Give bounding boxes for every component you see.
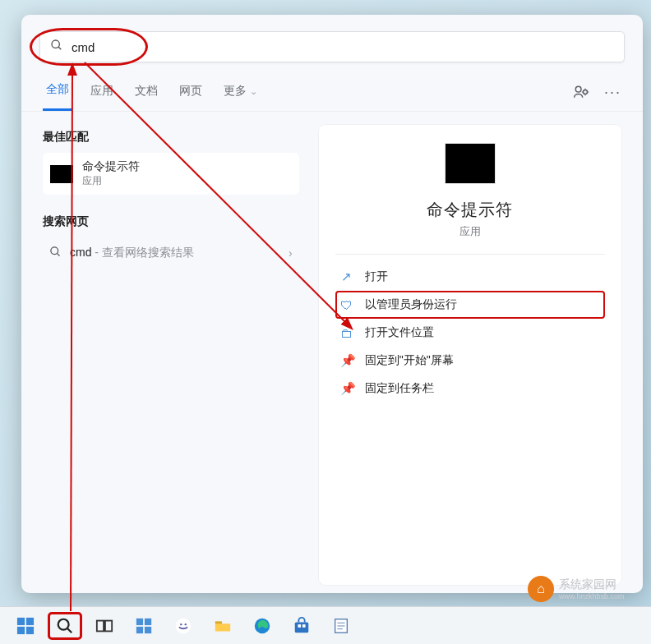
svg-rect-9 xyxy=(26,617,34,624)
cmd-icon xyxy=(445,143,496,184)
svg-rect-11 xyxy=(26,626,34,633)
action-label: 打开 xyxy=(365,269,388,284)
tab-web[interactable]: 网页 xyxy=(176,79,205,110)
action-pin-start[interactable]: 📌 固定到"开始"屏幕 xyxy=(335,347,605,375)
best-match-subtitle: 应用 xyxy=(82,174,140,188)
action-open-location[interactable]: 🗀 打开文件位置 xyxy=(335,319,605,347)
svg-point-4 xyxy=(51,247,58,255)
edge-button[interactable] xyxy=(245,612,279,640)
web-desc: - 查看网络搜索结果 xyxy=(91,246,193,259)
taskbar-search-button[interactable] xyxy=(48,612,82,640)
search-web-heading: 搜索网页 xyxy=(43,214,299,229)
svg-point-0 xyxy=(52,40,59,48)
best-match-heading: 最佳匹配 xyxy=(43,130,299,145)
svg-rect-18 xyxy=(136,626,143,632)
search-bar[interactable] xyxy=(39,31,625,62)
svg-rect-10 xyxy=(17,626,25,633)
open-icon: ↗ xyxy=(340,269,353,284)
tab-more-label: 更多 xyxy=(224,84,247,97)
notepad-button[interactable] xyxy=(324,612,358,640)
tab-docs[interactable]: 文档 xyxy=(132,79,161,110)
taskbar xyxy=(0,606,651,644)
svg-rect-25 xyxy=(295,622,309,632)
svg-point-21 xyxy=(180,623,182,624)
search-tabs: 全部 应用 文档 网页 更多 ⌄ ··· xyxy=(21,62,643,112)
svg-rect-23 xyxy=(215,621,222,623)
svg-point-20 xyxy=(176,618,191,632)
folder-icon: 🗀 xyxy=(340,326,353,340)
home-icon: ⌂ xyxy=(528,576,554,602)
svg-rect-17 xyxy=(145,618,151,624)
svg-point-3 xyxy=(583,90,587,94)
svg-rect-14 xyxy=(97,620,104,631)
start-button[interactable] xyxy=(8,612,43,640)
svg-rect-16 xyxy=(136,618,143,624)
svg-point-12 xyxy=(58,619,69,629)
svg-rect-26 xyxy=(298,624,301,628)
search-body: 最佳匹配 命令提示符 应用 搜索网页 cmd - 查看网络搜索结果 › xyxy=(21,112,643,585)
chat-button[interactable] xyxy=(166,612,201,640)
action-label: 固定到"开始"屏幕 xyxy=(365,353,454,368)
preview-actions: ↗ 打开 🛡 以管理员身份运行 🗀 打开文件位置 📌 固定到"开始"屏幕 xyxy=(335,255,605,402)
watermark-brand: 系统家园网 xyxy=(559,577,625,592)
more-options-icon[interactable]: ··· xyxy=(604,84,621,104)
svg-rect-8 xyxy=(17,617,25,624)
best-match-title: 命令提示符 xyxy=(82,159,140,174)
pin-icon: 📌 xyxy=(340,353,353,368)
preview-title: 命令提示符 xyxy=(427,199,513,221)
action-pin-taskbar[interactable]: 📌 固定到任务栏 xyxy=(335,375,605,402)
file-explorer-button[interactable] xyxy=(205,612,240,640)
results-column: 最佳匹配 命令提示符 应用 搜索网页 cmd - 查看网络搜索结果 › xyxy=(21,112,307,585)
windows-search-panel: 全部 应用 文档 网页 更多 ⌄ ··· 最佳匹配 命令提示符 应用 搜索网页 xyxy=(21,15,643,593)
search-icon xyxy=(49,246,62,260)
tab-all[interactable]: 全部 xyxy=(43,77,72,111)
account-settings-icon[interactable] xyxy=(573,84,589,104)
preview-column: 命令提示符 应用 ↗ 打开 🛡 以管理员身份运行 🗀 打开文件位置 xyxy=(307,112,643,585)
svg-point-22 xyxy=(185,623,187,624)
pin-icon: 📌 xyxy=(340,381,353,396)
web-search-item[interactable]: cmd - 查看网络搜索结果 › xyxy=(43,237,299,269)
svg-rect-19 xyxy=(145,626,151,632)
svg-rect-15 xyxy=(105,620,112,631)
search-input[interactable] xyxy=(72,40,614,54)
watermark-url: www.hnzkhbsb.com xyxy=(559,592,625,600)
svg-point-2 xyxy=(575,86,581,92)
search-icon xyxy=(50,39,63,55)
svg-line-1 xyxy=(58,47,61,49)
action-label: 以管理员身份运行 xyxy=(365,297,457,312)
svg-line-5 xyxy=(57,253,59,255)
tab-more[interactable]: 更多 ⌄ xyxy=(220,79,261,110)
widgets-button[interactable] xyxy=(127,612,161,640)
action-open[interactable]: ↗ 打开 xyxy=(335,263,605,291)
task-view-button[interactable] xyxy=(87,612,122,640)
action-label: 固定到任务栏 xyxy=(365,381,434,396)
store-button[interactable] xyxy=(284,612,319,640)
shield-icon: 🛡 xyxy=(340,298,353,312)
web-query: cmd xyxy=(70,246,91,259)
svg-line-13 xyxy=(67,628,72,632)
action-label: 打开文件位置 xyxy=(365,325,434,340)
tab-apps[interactable]: 应用 xyxy=(87,79,117,110)
cmd-icon xyxy=(49,164,74,184)
chevron-right-icon: › xyxy=(289,246,293,260)
best-match-item[interactable]: 命令提示符 应用 xyxy=(43,153,299,195)
preview-subtitle: 应用 xyxy=(459,224,481,239)
preview-header: 命令提示符 应用 xyxy=(335,143,605,255)
search-bar-container xyxy=(21,15,643,62)
svg-rect-27 xyxy=(302,624,306,628)
chevron-down-icon: ⌄ xyxy=(250,86,257,96)
watermark: ⌂ 系统家园网 www.hnzkhbsb.com xyxy=(528,573,651,605)
action-run-as-admin[interactable]: 🛡 以管理员身份运行 xyxy=(335,291,605,319)
